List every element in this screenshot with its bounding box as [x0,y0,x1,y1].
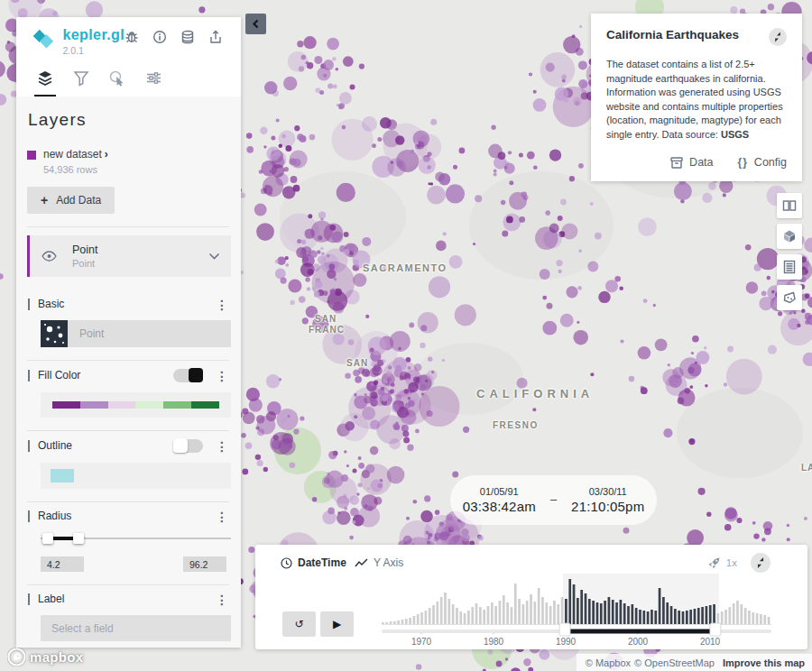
outline-color-selector[interactable] [41,463,231,489]
histogram-bar [756,613,759,624]
histogram-bar [429,608,431,624]
radius-max-input[interactable]: 96.2 [183,556,226,572]
data-source-link[interactable]: USGS [721,129,749,140]
slider-handle-max[interactable] [73,533,84,544]
histogram-bar [444,593,447,624]
mapbox-attribution-link[interactable]: © Mapbox [586,657,631,668]
osm-attribution-link[interactable]: © OpenStreetMap [634,657,715,668]
timeline-collapse-button[interactable] [751,553,770,573]
outline-toggle[interactable] [173,439,203,453]
fill-color-menu-button[interactable]: ⋮ [214,371,230,381]
histogram-bar [635,608,638,624]
histogram-bar [561,597,564,624]
draw-polygon-button[interactable] [777,285,802,310]
histogram-bar [448,599,450,624]
histogram-bar [541,597,544,624]
divider [27,360,229,361]
mapbox-logo[interactable]: mapbox [7,648,83,666]
map-attribution: © Mapbox © OpenStreetMap Improve this ma… [577,654,812,671]
map-city-label: SAN [315,314,337,324]
archive-icon [670,157,683,169]
radius-slider[interactable] [41,532,231,545]
add-data-button[interactable]: + Add Data [27,187,115,214]
play-icon: ▶ [333,618,341,630]
histogram-bar [639,610,641,624]
outline-color-swatch [51,469,74,483]
label-field-select[interactable]: Select a field [41,615,231,641]
histogram-bar [436,602,438,624]
sidebar-collapse-button[interactable] [245,14,266,34]
improve-map-link[interactable]: Improve this map [723,657,805,668]
histogram-bar [522,604,525,624]
tab-layers[interactable] [34,69,56,97]
histogram-bar [678,611,680,624]
dataset-item[interactable]: new dataset› 54,936 rows [27,148,231,175]
radius-min-input[interactable]: 4.2 [41,556,84,572]
tab-filters[interactable] [71,69,91,97]
animation-speed-button[interactable]: 1x [708,556,737,569]
histogram-bar [670,606,673,624]
time-histogram[interactable]: 19701980199020002010 [382,574,775,648]
panel-title: Layers [28,110,231,130]
color-palette-selector[interactable] [41,392,231,418]
tab-basemap[interactable] [143,69,164,97]
histogram-bar [577,598,579,624]
map-city-label: LA [801,463,812,473]
histogram-bar [733,603,735,624]
play-button[interactable]: ▶ [320,611,354,637]
histogram-bar [588,599,591,624]
bug-report-button[interactable] [125,30,139,44]
funnel-icon [73,69,89,87]
histogram-bar [662,597,665,624]
histogram-bar [713,604,715,624]
add-data-header-button[interactable] [180,30,195,44]
database-icon [180,30,195,44]
section-label-label: Label [28,593,64,605]
plus-icon: + [41,196,48,205]
chevron-right-icon[interactable]: › [105,148,108,161]
fill-color-toggle[interactable] [173,369,203,382]
slider-handle-min[interactable] [42,533,53,544]
radius-menu-button[interactable]: ⋮ [214,511,230,522]
layer-panel-header[interactable]: Point Point [27,235,231,277]
reset-icon: ↺ [294,618,303,630]
toggle-3d-button[interactable] [777,224,802,249]
rocket-icon [708,556,721,569]
map-city-label: FRANC [309,325,345,335]
dataset-row-count: 54,936 rows [43,164,108,175]
basic-menu-button[interactable]: ⋮ [214,299,230,310]
chevron-down-icon[interactable] [208,253,220,260]
histogram-bar [659,588,661,624]
histogram-bar [674,609,677,624]
histogram-bar [518,599,521,624]
info-panel-collapse-button[interactable] [769,28,787,46]
info-panel-description: The dataset contains a list of 2.5+ magn… [606,58,787,142]
range-separator: – [550,492,557,508]
histogram-bar [615,602,618,624]
label-menu-button[interactable]: ⋮ [214,594,230,605]
histogram-bar [553,601,556,624]
layer-type: Point [72,258,98,269]
time-field-button[interactable]: DateTime [281,556,346,569]
histogram-bar [642,611,645,624]
docs-button[interactable] [152,30,167,44]
histogram-bar [471,607,474,624]
config-button[interactable]: {} Config [738,156,787,169]
split-map-button[interactable] [777,193,802,218]
tab-interactions[interactable] [106,69,128,97]
histogram-bar [573,584,576,624]
histogram-bar [526,601,529,624]
histogram-bar [514,584,517,624]
histogram-bar [382,622,384,624]
reset-animation-button[interactable]: ↺ [282,611,316,637]
data-button[interactable]: Data [670,156,713,169]
y-axis-button[interactable]: Y Axis [355,556,403,569]
outline-menu-button[interactable]: ⋮ [214,441,230,452]
histogram-bar [686,611,688,624]
layer-type-selector[interactable]: Point [41,320,231,347]
share-button[interactable] [208,30,223,44]
sliders-icon [145,69,162,87]
eye-icon[interactable] [42,251,57,262]
histogram-bar [647,611,650,624]
show-legend-button[interactable] [777,254,802,280]
